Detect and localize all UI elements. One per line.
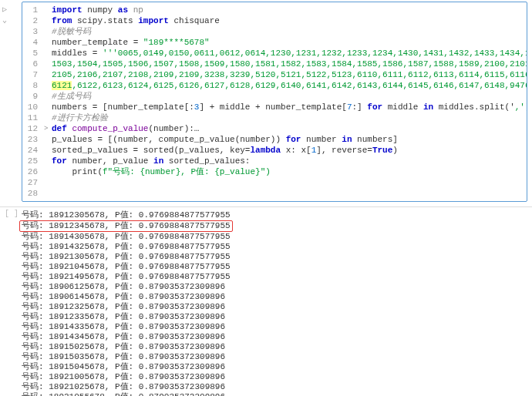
code-content[interactable]: #进行卡方检验 bbox=[52, 112, 527, 123]
fold-marker[interactable] bbox=[44, 69, 52, 80]
output-line: 号码: 18912305678, P值: 0.9769884877577955 bbox=[22, 210, 527, 220]
line-number: 26 bbox=[22, 166, 44, 177]
fold-marker[interactable] bbox=[44, 134, 52, 145]
code-content[interactable]: 2105,2106,2107,2108,2109,2109,3238,3239,… bbox=[52, 69, 527, 80]
code-content[interactable]: print(f"号码: {number}, P值: {p_value}") bbox=[52, 166, 527, 177]
code-line-28[interactable]: 28 bbox=[22, 188, 527, 199]
fold-marker[interactable] bbox=[44, 48, 52, 59]
code-line-8[interactable]: 86121,6122,6123,6124,6125,6126,6127,6128… bbox=[22, 80, 527, 91]
line-number: 12 bbox=[22, 123, 44, 134]
code-content[interactable] bbox=[52, 188, 527, 199]
fold-marker[interactable] bbox=[44, 59, 52, 69]
line-number: 11 bbox=[22, 112, 44, 123]
output-line: 号码: 18921005678, P值: 0.879035372309896 bbox=[22, 372, 527, 382]
code-content[interactable]: #生成号码 bbox=[52, 91, 527, 102]
run-icon[interactable]: ▷ bbox=[2, 5, 19, 14]
code-content[interactable]: def compute_p_value(number):… bbox=[52, 123, 527, 134]
code-line-11[interactable]: 11#进行卡方检验 bbox=[22, 112, 527, 123]
editor-gutter-controls: ▷ ⌄ bbox=[2, 5, 19, 26]
line-number: 4 bbox=[22, 37, 44, 48]
fold-marker[interactable] bbox=[44, 80, 52, 91]
fold-marker[interactable] bbox=[44, 156, 52, 166]
line-number: 23 bbox=[22, 134, 44, 145]
code-line-3[interactable]: 3#脱敏号码 bbox=[22, 26, 527, 37]
code-content[interactable]: for number, p_value in sorted_p_values: bbox=[52, 156, 527, 166]
line-number: 28 bbox=[22, 188, 44, 199]
code-content[interactable]: p_values = [(number, compute_p_value(num… bbox=[52, 134, 527, 145]
code-editor[interactable]: 1import numpy as np2from scipy.stats imp… bbox=[22, 2, 527, 202]
fold-marker[interactable] bbox=[44, 37, 52, 48]
fold-marker[interactable] bbox=[44, 15, 52, 26]
code-content[interactable]: middles = '''0065,0149,0150,0611,0612,06… bbox=[52, 48, 527, 59]
output-line: 号码: 18912345678, P值: 0.9769884877577955 bbox=[22, 220, 527, 232]
fold-marker[interactable] bbox=[44, 102, 52, 112]
code-line-12[interactable]: 12>def compute_p_value(number):… bbox=[22, 123, 527, 134]
fold-marker[interactable] bbox=[44, 26, 52, 37]
output-line: 号码: 18914325678, P值: 0.9769884877577955 bbox=[22, 242, 527, 252]
code-line-5[interactable]: 5middles = '''0065,0149,0150,0611,0612,0… bbox=[22, 48, 527, 59]
code-line-24[interactable]: 24sorted_p_values = sorted(p_values, key… bbox=[22, 145, 527, 156]
output-line: 号码: 18914305678, P值: 0.9769884877577955 bbox=[22, 232, 527, 242]
output-line: 号码: 18915035678, P值: 0.879035372309896 bbox=[22, 352, 527, 362]
line-number: 27 bbox=[22, 177, 44, 188]
code-line-9[interactable]: 9#生成号码 bbox=[22, 91, 527, 102]
fold-marker[interactable] bbox=[44, 5, 52, 15]
output-line: 号码: 18915045678, P值: 0.879035372309896 bbox=[22, 362, 527, 372]
line-number: 5 bbox=[22, 48, 44, 59]
code-content[interactable]: 1503,1504,1505,1506,1507,1508,1509,1580,… bbox=[52, 59, 527, 69]
code-line-6[interactable]: 61503,1504,1505,1506,1507,1508,1509,1580… bbox=[22, 59, 527, 69]
output-line: 号码: 18914335678, P值: 0.879035372309896 bbox=[22, 322, 527, 332]
output-line: 号码: 18912335678, P值: 0.879035372309896 bbox=[22, 312, 527, 322]
code-line-10[interactable]: 10numbers = [number_template[:3] + middl… bbox=[22, 102, 527, 112]
fold-marker[interactable] bbox=[44, 145, 52, 156]
collapse-icon[interactable]: ⌄ bbox=[2, 15, 19, 25]
line-number: 8 bbox=[22, 80, 44, 91]
code-content[interactable]: import numpy as np bbox=[52, 5, 527, 15]
code-content[interactable]: #脱敏号码 bbox=[52, 26, 527, 37]
code-line-4[interactable]: 4number_template = "189****5678" bbox=[22, 37, 527, 48]
code-line-7[interactable]: 72105,2106,2107,2108,2109,2109,3238,3239… bbox=[22, 69, 527, 80]
code-content[interactable]: from scipy.stats import chisquare bbox=[52, 15, 527, 26]
line-number: 6 bbox=[22, 59, 44, 69]
output-line: 号码: 18921045678, P值: 0.9769884877577955 bbox=[22, 262, 527, 272]
line-number: 3 bbox=[22, 26, 44, 37]
output-line: 号码: 18921305678, P值: 0.9769884877577955 bbox=[22, 252, 527, 262]
line-number: 2 bbox=[22, 15, 44, 26]
output-line: 号码: 18915025678, P值: 0.879035372309896 bbox=[22, 342, 527, 352]
output-line: 号码: 18921055678, P值: 0.879035372309896 bbox=[22, 392, 527, 396]
fold-marker[interactable] bbox=[44, 166, 52, 177]
code-content[interactable]: 6121,6122,6123,6124,6125,6126,6127,6128,… bbox=[52, 80, 527, 91]
code-line-1[interactable]: 1import numpy as np bbox=[22, 5, 527, 15]
line-number: 7 bbox=[22, 69, 44, 80]
line-number: 24 bbox=[22, 145, 44, 156]
output-area: 号码: 18912305678, P值: 0.9769884877577955号… bbox=[22, 210, 527, 396]
code-line-26[interactable]: 26 print(f"号码: {number}, P值: {p_value}") bbox=[22, 166, 527, 177]
output-label: [ ] bbox=[5, 210, 19, 218]
code-line-27[interactable]: 27 bbox=[22, 177, 527, 188]
output-line: 号码: 18906145678, P值: 0.879035372309896 bbox=[22, 292, 527, 302]
line-number: 10 bbox=[22, 102, 44, 112]
fold-marker[interactable] bbox=[44, 112, 52, 123]
line-number: 1 bbox=[22, 5, 44, 15]
output-line: 号码: 18906125678, P值: 0.879035372309896 bbox=[22, 282, 527, 292]
output-line: 号码: 18921025678, P值: 0.879035372309896 bbox=[22, 382, 527, 392]
output-line: 号码: 18914345678, P值: 0.879035372309896 bbox=[22, 332, 527, 342]
code-content[interactable] bbox=[52, 177, 527, 188]
code-line-25[interactable]: 25for number, p_value in sorted_p_values… bbox=[22, 156, 527, 166]
line-number: 9 bbox=[22, 91, 44, 102]
fold-marker[interactable]: > bbox=[44, 123, 52, 134]
fold-marker[interactable] bbox=[44, 188, 52, 199]
fold-marker[interactable] bbox=[44, 91, 52, 102]
code-line-23[interactable]: 23p_values = [(number, compute_p_value(n… bbox=[22, 134, 527, 145]
code-line-2[interactable]: 2from scipy.stats import chisquare bbox=[22, 15, 527, 26]
code-content[interactable]: number_template = "189****5678" bbox=[52, 37, 527, 48]
highlighted-output: 号码: 18912345678, P值: 0.9769884877577955 bbox=[19, 220, 233, 232]
output-line: 号码: 18912325678, P值: 0.879035372309896 bbox=[22, 302, 527, 312]
code-content[interactable]: sorted_p_values = sorted(p_values, key=l… bbox=[52, 145, 527, 156]
line-number: 25 bbox=[22, 156, 44, 166]
output-line: 号码: 18921495678, P值: 0.9769884877577955 bbox=[22, 272, 527, 282]
fold-marker[interactable] bbox=[44, 177, 52, 188]
code-content[interactable]: numbers = [number_template[:3] + middle … bbox=[52, 102, 527, 112]
